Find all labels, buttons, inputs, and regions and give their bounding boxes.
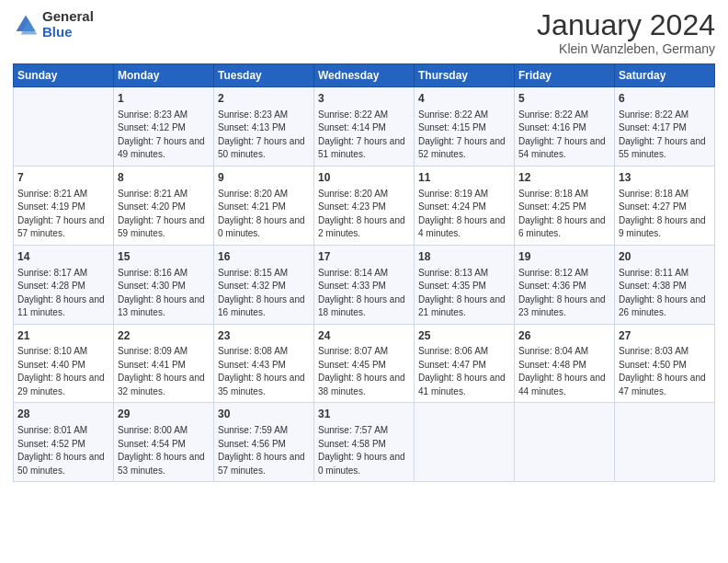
daylight-text: Daylight: 8 hours and 35 minutes. [218,372,310,398]
sunrise-text: Sunrise: 8:13 AM [418,267,510,281]
sunrise-text: Sunrise: 8:10 AM [17,345,109,359]
date-number: 8 [118,170,210,186]
col-monday: Monday [114,64,214,87]
logo: General Blue [13,9,94,40]
sunset-text: Sunset: 4:52 PM [17,438,109,452]
sunrise-text: Sunrise: 8:09 AM [118,345,210,359]
cell-0-0 [14,87,114,167]
date-number: 3 [318,91,410,107]
cell-3-1: 22Sunrise: 8:09 AMSunset: 4:41 PMDayligh… [114,324,214,403]
col-saturday: Saturday [615,64,715,87]
sunset-text: Sunset: 4:20 PM [118,201,210,214]
sunset-text: Sunset: 4:43 PM [218,359,310,373]
sunrise-text: Sunrise: 8:12 AM [518,267,610,281]
cell-1-1: 8Sunrise: 8:21 AMSunset: 4:20 PMDaylight… [114,166,214,245]
date-number: 15 [118,249,210,265]
sunrise-text: Sunrise: 8:04 AM [518,345,610,359]
sunset-text: Sunset: 4:23 PM [318,201,410,214]
cell-2-3: 17Sunrise: 8:14 AMSunset: 4:33 PMDayligh… [314,245,415,324]
sunrise-text: Sunrise: 8:18 AM [619,188,711,201]
sunrise-text: Sunrise: 8:17 AM [17,267,109,281]
sunrise-text: Sunrise: 8:08 AM [218,345,310,359]
daylight-text: Daylight: 7 hours and 49 minutes. [118,135,210,162]
cell-4-5 [515,403,615,482]
daylight-text: Daylight: 7 hours and 54 minutes. [518,135,610,162]
sunrise-text: Sunrise: 8:01 AM [17,424,109,438]
daylight-text: Daylight: 8 hours and 9 minutes. [619,214,711,241]
cell-2-4: 18Sunrise: 8:13 AMSunset: 4:35 PMDayligh… [415,245,515,324]
cell-1-5: 12Sunrise: 8:18 AMSunset: 4:25 PMDayligh… [515,166,615,245]
sunset-text: Sunset: 4:14 PM [318,121,410,135]
date-number: 31 [318,407,410,422]
date-number: 1 [118,91,210,107]
daylight-text: Daylight: 7 hours and 57 minutes. [17,214,109,241]
sunset-text: Sunset: 4:56 PM [218,438,310,452]
date-number: 6 [619,91,711,107]
cell-4-3: 31Sunrise: 7:57 AMSunset: 4:58 PMDayligh… [314,403,415,482]
sunset-text: Sunset: 4:13 PM [218,121,310,135]
date-number: 28 [17,407,109,422]
sunset-text: Sunset: 4:30 PM [118,280,210,293]
date-number: 23 [218,328,310,344]
daylight-text: Daylight: 7 hours and 52 minutes. [418,135,510,162]
col-tuesday: Tuesday [214,64,314,87]
sunset-text: Sunset: 4:58 PM [318,438,410,452]
cell-0-6: 6Sunrise: 8:22 AMSunset: 4:17 PMDaylight… [615,87,715,167]
logo-blue: Blue [42,25,94,40]
sunset-text: Sunset: 4:54 PM [118,438,210,452]
sunset-text: Sunset: 4:32 PM [218,280,310,293]
daylight-text: Daylight: 8 hours and 4 minutes. [418,214,510,241]
sunrise-text: Sunrise: 8:16 AM [118,267,210,281]
cell-0-3: 3Sunrise: 8:22 AMSunset: 4:14 PMDaylight… [314,87,415,167]
date-number: 22 [118,328,210,344]
sunset-text: Sunset: 4:36 PM [518,280,610,293]
sunrise-text: Sunrise: 7:59 AM [218,424,310,438]
sunrise-text: Sunrise: 8:23 AM [218,109,310,122]
sunset-text: Sunset: 4:15 PM [418,121,510,135]
date-number: 19 [518,249,610,265]
title-block: January 2024 Klein Wanzleben, Germany [537,9,715,56]
daylight-text: Daylight: 7 hours and 51 minutes. [318,135,410,162]
cell-0-5: 5Sunrise: 8:22 AMSunset: 4:16 PMDaylight… [515,87,615,167]
sunset-text: Sunset: 4:40 PM [17,359,109,373]
sunset-text: Sunset: 4:35 PM [418,280,510,293]
sunset-text: Sunset: 4:25 PM [518,201,610,214]
date-number: 16 [218,249,310,265]
date-number: 17 [318,249,410,265]
daylight-text: Daylight: 8 hours and 16 minutes. [218,293,310,320]
sunrise-text: Sunrise: 8:07 AM [318,345,410,359]
date-number: 7 [17,170,109,186]
sunrise-text: Sunrise: 8:06 AM [418,345,510,359]
sunset-text: Sunset: 4:27 PM [619,201,711,214]
cell-2-6: 20Sunrise: 8:11 AMSunset: 4:38 PMDayligh… [615,245,715,324]
daylight-text: Daylight: 8 hours and 21 minutes. [418,293,510,320]
sunset-text: Sunset: 4:33 PM [318,280,410,293]
date-number: 29 [118,407,210,422]
daylight-text: Daylight: 8 hours and 23 minutes. [518,293,610,320]
date-number: 13 [619,170,711,186]
sunset-text: Sunset: 4:41 PM [118,359,210,373]
daylight-text: Daylight: 8 hours and 2 minutes. [318,214,410,241]
cell-4-4 [415,403,515,482]
date-number: 12 [518,170,610,186]
logo-icon [13,12,39,38]
sunrise-text: Sunrise: 8:14 AM [318,267,410,281]
sunrise-text: Sunrise: 8:23 AM [118,109,210,122]
cell-1-2: 9Sunrise: 8:20 AMSunset: 4:21 PMDaylight… [214,166,314,245]
sunset-text: Sunset: 4:24 PM [418,201,510,214]
sunset-text: Sunset: 4:47 PM [418,359,510,373]
daylight-text: Daylight: 8 hours and 13 minutes. [118,293,210,320]
sunrise-text: Sunrise: 8:03 AM [619,345,711,359]
sunrise-text: Sunrise: 8:22 AM [518,109,610,122]
sunrise-text: Sunrise: 8:20 AM [218,188,310,201]
daylight-text: Daylight: 8 hours and 6 minutes. [518,214,610,241]
date-number: 11 [418,170,510,186]
sunset-text: Sunset: 4:38 PM [619,280,711,293]
daylight-text: Daylight: 8 hours and 0 minutes. [218,214,310,241]
col-thursday: Thursday [415,64,515,87]
cell-3-0: 21Sunrise: 8:10 AMSunset: 4:40 PMDayligh… [14,324,114,403]
col-sunday: Sunday [14,64,114,87]
cell-3-5: 26Sunrise: 8:04 AMSunset: 4:48 PMDayligh… [515,324,615,403]
calendar-table: Sunday Monday Tuesday Wednesday Thursday… [13,63,715,482]
cell-1-6: 13Sunrise: 8:18 AMSunset: 4:27 PMDayligh… [615,166,715,245]
